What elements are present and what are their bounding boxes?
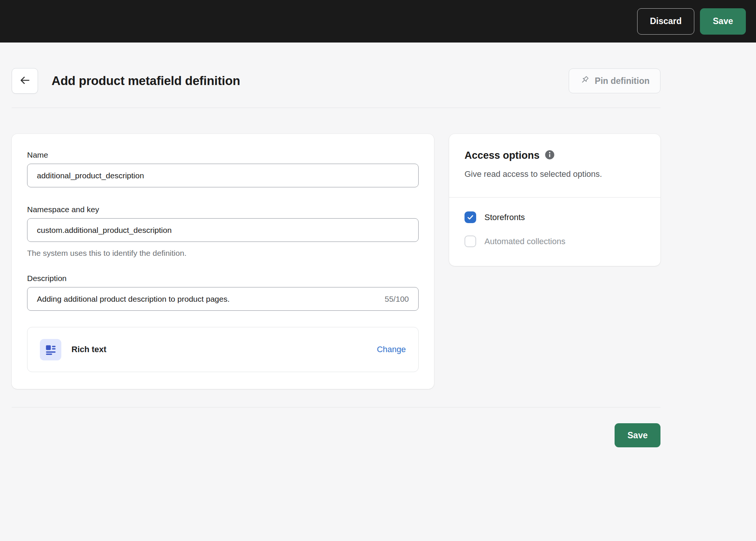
namespace-input[interactable]: [27, 218, 419, 242]
header-divider: [12, 108, 660, 108]
automated-collections-label: Automated collections: [484, 237, 565, 246]
description-input[interactable]: [37, 295, 379, 304]
top-bar: Discard Save: [0, 0, 756, 43]
name-field-group: Name: [27, 150, 419, 187]
automated-collections-checkbox[interactable]: [465, 236, 476, 247]
change-type-link[interactable]: Change: [377, 345, 406, 354]
storefronts-checkbox[interactable]: [465, 211, 476, 223]
back-button[interactable]: [12, 68, 38, 94]
namespace-field-group: Namespace and key The system uses this t…: [27, 205, 419, 258]
page-header: Add product metafield definition Pin def…: [12, 68, 660, 94]
page-container: Add product metafield definition Pin def…: [12, 68, 660, 447]
main-content: Name Namespace and key The system uses t…: [12, 134, 660, 389]
access-options-header: Access options Give read access to selec…: [449, 134, 660, 197]
description-field-group: Description 55/100: [27, 274, 419, 311]
pin-definition-button[interactable]: Pin definition: [569, 68, 660, 93]
page-title: Add product metafield definition: [52, 74, 240, 88]
name-label: Name: [27, 150, 419, 160]
content-type-name: Rich text: [71, 345, 106, 354]
namespace-label: Namespace and key: [27, 205, 419, 214]
save-button-top[interactable]: Save: [700, 8, 746, 35]
description-input-wrapper: 55/100: [27, 287, 419, 311]
arrow-left-icon: [19, 74, 31, 87]
storefronts-label: Storefronts: [484, 213, 525, 222]
pin-definition-label: Pin definition: [595, 76, 650, 86]
definition-form-card: Name Namespace and key The system uses t…: [12, 134, 434, 389]
access-options-title: Access options: [465, 150, 540, 161]
name-input[interactable]: [27, 164, 419, 187]
description-label: Description: [27, 274, 419, 283]
automated-collections-option-row[interactable]: Automated collections: [465, 236, 645, 247]
pin-icon: [580, 75, 590, 87]
content-type-row: Rich text Change: [27, 327, 419, 372]
rich-text-icon: [40, 339, 61, 360]
access-options-card: Access options Give read access to selec…: [449, 134, 660, 266]
footer-actions: Save: [12, 423, 660, 447]
access-options-subtitle: Give read access to selected options.: [465, 168, 607, 180]
discard-button[interactable]: Discard: [637, 8, 694, 35]
namespace-help-text: The system uses this to identify the def…: [27, 249, 419, 258]
storefronts-option-row[interactable]: Storefronts: [465, 211, 645, 223]
info-icon: [545, 150, 555, 161]
access-options-list: Storefronts Automated collections: [449, 198, 660, 266]
save-button-bottom[interactable]: Save: [615, 423, 660, 447]
footer-divider: [12, 407, 660, 407]
character-counter: 55/100: [385, 295, 409, 304]
